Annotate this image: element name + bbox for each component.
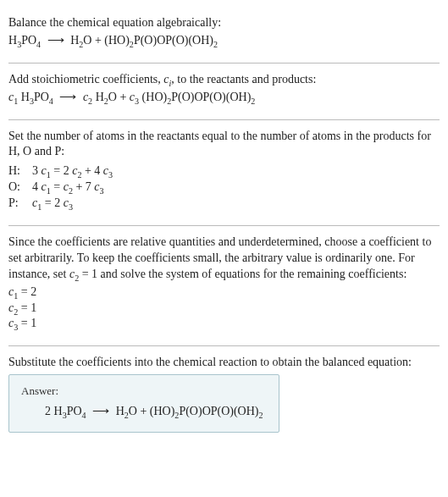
table-row: P: c1 = 2 c3 [8, 196, 440, 212]
intro-text: Since the coefficients are relative quan… [8, 235, 440, 283]
balanced-equation: 2 H3PO4 ⟶ H2O + (HO)2P(O)OP(O)(OH)2 [21, 404, 267, 420]
element-label-o: O: [8, 179, 27, 196]
answer-label: Answer: [21, 384, 267, 399]
element-label-p: P: [8, 196, 27, 212]
element-label-h: H: [8, 163, 27, 179]
section-balance-intro: Balance the chemical equation algebraica… [8, 7, 440, 64]
arrow-icon: ⟶ [47, 33, 64, 49]
section-answer: Substitute the coefficients into the che… [8, 346, 440, 432]
intro-text: Substitute the coefficients into the che… [8, 355, 440, 371]
equation-o: 4 c1 = c2 + 7 c3 [32, 179, 104, 196]
intro-text: Set the number of atoms in the reactants… [8, 129, 440, 161]
equation-h: 3 c1 = 2 c2 + 4 c3 [32, 163, 113, 179]
equation-p: c1 = 2 c3 [32, 196, 73, 212]
product: H2O + (HO)2P(O)OP(O)(OH)2 [70, 34, 218, 47]
arrow-icon: ⟶ [92, 404, 109, 420]
solution-line-c2: c2 = 1 [8, 301, 440, 317]
arrow-icon: ⟶ [59, 90, 76, 106]
solution-line-c3: c3 = 1 [8, 316, 440, 332]
section-add-coefficients: Add stoichiometric coefficients, ci, to … [8, 64, 440, 120]
reactant: H3PO4 [8, 34, 41, 47]
table-row: H: 3 c1 = 2 c2 + 4 c3 [8, 163, 440, 179]
coefficient-solution: c1 = 2 c2 = 1 c3 = 1 [8, 284, 440, 333]
intro-text: Balance the chemical equation algebraica… [8, 15, 440, 31]
atom-balance-table: H: 3 c1 = 2 c2 + 4 c3 O: 4 c1 = c2 + 7 c… [8, 163, 440, 212]
answer-box: Answer: 2 H3PO4 ⟶ H2O + (HO)2P(O)OP(O)(O… [8, 374, 279, 432]
section-solve-coefficients: Since the coefficients are relative quan… [8, 226, 440, 346]
section-atom-balance: Set the number of atoms in the reactants… [8, 120, 440, 226]
coefficient-equation: c1 H3PO4 ⟶ c2 H2O + c3 (HO)2P(O)OP(O)(OH… [8, 90, 440, 106]
table-row: O: 4 c1 = c2 + 7 c3 [8, 179, 440, 196]
intro-text: Add stoichiometric coefficients, ci, to … [8, 72, 440, 88]
solution-line-c1: c1 = 2 [8, 284, 440, 301]
unbalanced-equation: H3PO4 ⟶ H2O + (HO)2P(O)OP(O)(OH)2 [8, 33, 440, 49]
